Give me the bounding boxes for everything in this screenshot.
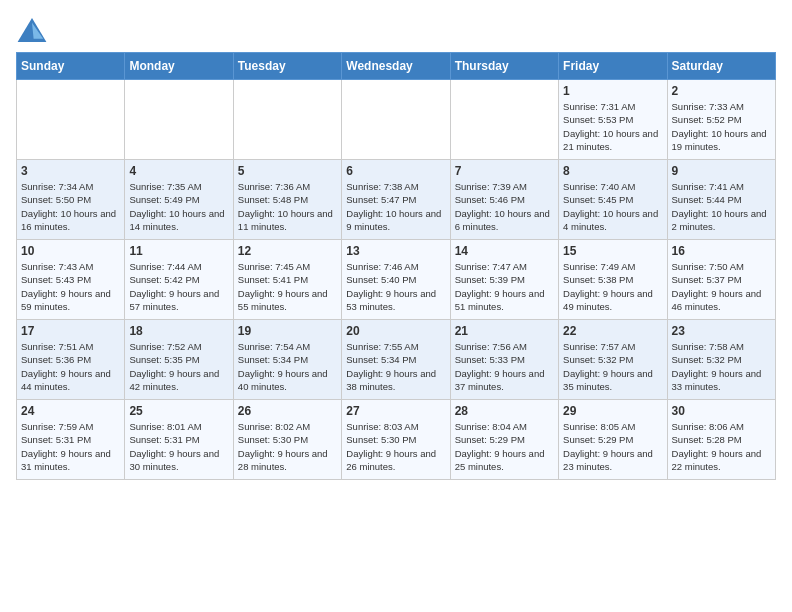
day-number: 18 (129, 324, 228, 338)
day-info: Sunrise: 7:47 AM Sunset: 5:39 PM Dayligh… (455, 260, 554, 313)
day-info: Sunrise: 7:57 AM Sunset: 5:32 PM Dayligh… (563, 340, 662, 393)
calendar-cell: 29Sunrise: 8:05 AM Sunset: 5:29 PM Dayli… (559, 400, 667, 480)
day-info: Sunrise: 8:06 AM Sunset: 5:28 PM Dayligh… (672, 420, 771, 473)
day-number: 23 (672, 324, 771, 338)
day-number: 6 (346, 164, 445, 178)
day-number: 17 (21, 324, 120, 338)
calendar-cell (342, 80, 450, 160)
calendar-week-row: 10Sunrise: 7:43 AM Sunset: 5:43 PM Dayli… (17, 240, 776, 320)
day-info: Sunrise: 7:55 AM Sunset: 5:34 PM Dayligh… (346, 340, 445, 393)
weekday-header: Saturday (667, 53, 775, 80)
day-number: 2 (672, 84, 771, 98)
calendar-cell: 8Sunrise: 7:40 AM Sunset: 5:45 PM Daylig… (559, 160, 667, 240)
day-number: 12 (238, 244, 337, 258)
calendar-cell: 10Sunrise: 7:43 AM Sunset: 5:43 PM Dayli… (17, 240, 125, 320)
calendar-cell: 23Sunrise: 7:58 AM Sunset: 5:32 PM Dayli… (667, 320, 775, 400)
day-number: 5 (238, 164, 337, 178)
day-info: Sunrise: 7:51 AM Sunset: 5:36 PM Dayligh… (21, 340, 120, 393)
day-number: 25 (129, 404, 228, 418)
day-info: Sunrise: 7:45 AM Sunset: 5:41 PM Dayligh… (238, 260, 337, 313)
day-number: 10 (21, 244, 120, 258)
calendar-cell (17, 80, 125, 160)
day-info: Sunrise: 8:01 AM Sunset: 5:31 PM Dayligh… (129, 420, 228, 473)
day-number: 28 (455, 404, 554, 418)
day-number: 21 (455, 324, 554, 338)
weekday-header: Wednesday (342, 53, 450, 80)
calendar-cell: 5Sunrise: 7:36 AM Sunset: 5:48 PM Daylig… (233, 160, 341, 240)
calendar-cell: 16Sunrise: 7:50 AM Sunset: 5:37 PM Dayli… (667, 240, 775, 320)
logo (16, 16, 50, 44)
day-number: 22 (563, 324, 662, 338)
day-info: Sunrise: 8:05 AM Sunset: 5:29 PM Dayligh… (563, 420, 662, 473)
day-number: 3 (21, 164, 120, 178)
calendar-week-row: 24Sunrise: 7:59 AM Sunset: 5:31 PM Dayli… (17, 400, 776, 480)
day-number: 1 (563, 84, 662, 98)
calendar-body: 1Sunrise: 7:31 AM Sunset: 5:53 PM Daylig… (17, 80, 776, 480)
calendar-cell: 11Sunrise: 7:44 AM Sunset: 5:42 PM Dayli… (125, 240, 233, 320)
day-info: Sunrise: 7:36 AM Sunset: 5:48 PM Dayligh… (238, 180, 337, 233)
weekday-header: Friday (559, 53, 667, 80)
weekday-header: Thursday (450, 53, 558, 80)
calendar-cell: 25Sunrise: 8:01 AM Sunset: 5:31 PM Dayli… (125, 400, 233, 480)
day-number: 15 (563, 244, 662, 258)
calendar-cell: 3Sunrise: 7:34 AM Sunset: 5:50 PM Daylig… (17, 160, 125, 240)
day-info: Sunrise: 7:50 AM Sunset: 5:37 PM Dayligh… (672, 260, 771, 313)
calendar-cell: 27Sunrise: 8:03 AM Sunset: 5:30 PM Dayli… (342, 400, 450, 480)
calendar-cell: 17Sunrise: 7:51 AM Sunset: 5:36 PM Dayli… (17, 320, 125, 400)
day-info: Sunrise: 7:31 AM Sunset: 5:53 PM Dayligh… (563, 100, 662, 153)
calendar-cell: 30Sunrise: 8:06 AM Sunset: 5:28 PM Dayli… (667, 400, 775, 480)
day-number: 16 (672, 244, 771, 258)
day-info: Sunrise: 7:44 AM Sunset: 5:42 PM Dayligh… (129, 260, 228, 313)
day-info: Sunrise: 7:49 AM Sunset: 5:38 PM Dayligh… (563, 260, 662, 313)
day-info: Sunrise: 7:33 AM Sunset: 5:52 PM Dayligh… (672, 100, 771, 153)
calendar-cell (233, 80, 341, 160)
calendar-cell: 7Sunrise: 7:39 AM Sunset: 5:46 PM Daylig… (450, 160, 558, 240)
day-number: 30 (672, 404, 771, 418)
calendar-cell: 20Sunrise: 7:55 AM Sunset: 5:34 PM Dayli… (342, 320, 450, 400)
day-info: Sunrise: 7:56 AM Sunset: 5:33 PM Dayligh… (455, 340, 554, 393)
day-info: Sunrise: 7:59 AM Sunset: 5:31 PM Dayligh… (21, 420, 120, 473)
day-number: 9 (672, 164, 771, 178)
day-number: 7 (455, 164, 554, 178)
day-info: Sunrise: 7:40 AM Sunset: 5:45 PM Dayligh… (563, 180, 662, 233)
logo-icon (16, 16, 48, 44)
day-number: 4 (129, 164, 228, 178)
day-number: 13 (346, 244, 445, 258)
day-info: Sunrise: 7:58 AM Sunset: 5:32 PM Dayligh… (672, 340, 771, 393)
day-info: Sunrise: 7:34 AM Sunset: 5:50 PM Dayligh… (21, 180, 120, 233)
weekday-row: SundayMondayTuesdayWednesdayThursdayFrid… (17, 53, 776, 80)
calendar-table: SundayMondayTuesdayWednesdayThursdayFrid… (16, 52, 776, 480)
day-number: 20 (346, 324, 445, 338)
calendar-header: SundayMondayTuesdayWednesdayThursdayFrid… (17, 53, 776, 80)
day-number: 24 (21, 404, 120, 418)
day-info: Sunrise: 7:41 AM Sunset: 5:44 PM Dayligh… (672, 180, 771, 233)
calendar-cell (125, 80, 233, 160)
weekday-header: Tuesday (233, 53, 341, 80)
day-number: 26 (238, 404, 337, 418)
page-header (16, 16, 776, 44)
calendar-cell: 19Sunrise: 7:54 AM Sunset: 5:34 PM Dayli… (233, 320, 341, 400)
day-number: 27 (346, 404, 445, 418)
weekday-header: Monday (125, 53, 233, 80)
calendar-cell: 28Sunrise: 8:04 AM Sunset: 5:29 PM Dayli… (450, 400, 558, 480)
day-info: Sunrise: 7:52 AM Sunset: 5:35 PM Dayligh… (129, 340, 228, 393)
calendar-cell: 24Sunrise: 7:59 AM Sunset: 5:31 PM Dayli… (17, 400, 125, 480)
day-number: 19 (238, 324, 337, 338)
calendar-week-row: 1Sunrise: 7:31 AM Sunset: 5:53 PM Daylig… (17, 80, 776, 160)
calendar-cell: 13Sunrise: 7:46 AM Sunset: 5:40 PM Dayli… (342, 240, 450, 320)
day-info: Sunrise: 7:38 AM Sunset: 5:47 PM Dayligh… (346, 180, 445, 233)
day-info: Sunrise: 7:39 AM Sunset: 5:46 PM Dayligh… (455, 180, 554, 233)
calendar-week-row: 3Sunrise: 7:34 AM Sunset: 5:50 PM Daylig… (17, 160, 776, 240)
calendar-cell: 1Sunrise: 7:31 AM Sunset: 5:53 PM Daylig… (559, 80, 667, 160)
calendar-cell: 2Sunrise: 7:33 AM Sunset: 5:52 PM Daylig… (667, 80, 775, 160)
calendar-cell: 4Sunrise: 7:35 AM Sunset: 5:49 PM Daylig… (125, 160, 233, 240)
weekday-header: Sunday (17, 53, 125, 80)
day-info: Sunrise: 7:46 AM Sunset: 5:40 PM Dayligh… (346, 260, 445, 313)
calendar-cell: 6Sunrise: 7:38 AM Sunset: 5:47 PM Daylig… (342, 160, 450, 240)
day-info: Sunrise: 8:04 AM Sunset: 5:29 PM Dayligh… (455, 420, 554, 473)
day-info: Sunrise: 8:02 AM Sunset: 5:30 PM Dayligh… (238, 420, 337, 473)
day-info: Sunrise: 7:54 AM Sunset: 5:34 PM Dayligh… (238, 340, 337, 393)
day-number: 11 (129, 244, 228, 258)
day-number: 14 (455, 244, 554, 258)
calendar-cell: 14Sunrise: 7:47 AM Sunset: 5:39 PM Dayli… (450, 240, 558, 320)
